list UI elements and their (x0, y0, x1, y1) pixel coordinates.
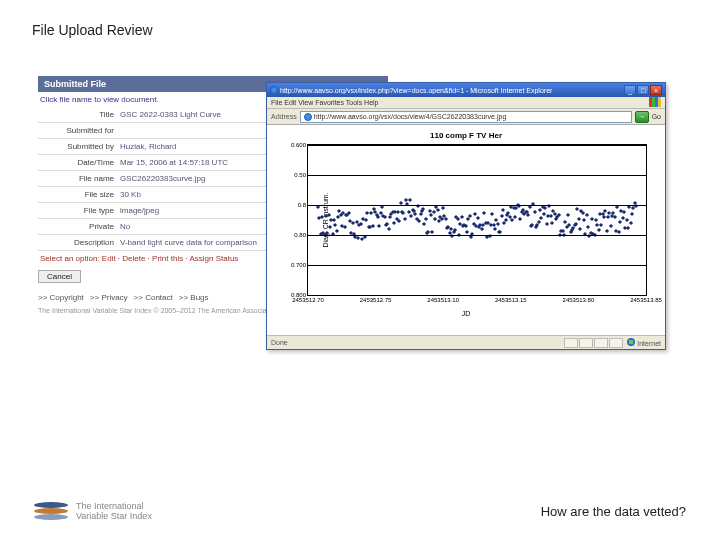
maximize-button[interactable]: □ (637, 85, 649, 95)
chart-title: 110 comp F TV Her (277, 131, 655, 140)
go-label: Go (652, 113, 661, 120)
minimize-button[interactable]: _ (624, 85, 636, 95)
footer-link[interactable]: >> Copyright (38, 293, 84, 302)
ie-title: http://www.aavso.org/vsx/index.php?view=… (280, 87, 552, 94)
x-tick: 2453512.75 (360, 295, 392, 303)
page-icon (304, 113, 312, 121)
chart: 110 comp F TV Her Diag. CR instrum. 0.60… (277, 131, 655, 329)
page-footer: The International Variable Star Index Ho… (0, 500, 720, 522)
ie-window: http://www.aavso.org/vsx/index.php?view=… (266, 82, 666, 350)
form-label: File size (38, 190, 120, 199)
chart-xlabel: JD (277, 310, 655, 317)
form-label: Submitted by (38, 142, 120, 151)
ie-address-bar: Address http://www.aavso.org/vsx/docs/vi… (267, 109, 665, 125)
x-tick: 2453513.10 (427, 295, 459, 303)
form-label: Submitted for (38, 126, 120, 135)
x-tick: 2453513.80 (563, 295, 595, 303)
footer-link[interactable]: >> Privacy (90, 293, 128, 302)
y-tick: 0.80 (294, 232, 308, 238)
y-tick: 0.700 (291, 262, 308, 268)
x-tick: 2453512.70 (292, 295, 324, 303)
form-label: File name (38, 174, 120, 183)
address-field[interactable]: http://www.aavso.org/vsx/docs/view/4/GSC… (300, 111, 632, 123)
brand-logo-icon (34, 500, 68, 522)
brand: The International Variable Star Index (34, 500, 152, 522)
ie-menu-items[interactable]: File Edit View Favorites Tools Help (271, 97, 379, 108)
y-tick: 0.50 (294, 172, 308, 178)
chart-plot: Diag. CR instrum. 0.6000.500.80.800.7000… (307, 144, 647, 296)
globe-icon (627, 338, 635, 346)
footer-question: How are the data vetted? (541, 504, 686, 519)
ie-statusbar: Done Internet (267, 335, 665, 349)
x-tick: 2453513.85 (630, 295, 662, 303)
form-label: Private (38, 222, 120, 231)
form-label: Description (38, 238, 120, 247)
windows-logo-icon (649, 97, 661, 107)
footer-link[interactable]: >> Bugs (179, 293, 209, 302)
x-tick: 2453513.15 (495, 295, 527, 303)
y-tick: 0.600 (291, 142, 308, 148)
footer-link[interactable]: >> Contact (134, 293, 173, 302)
address-label: Address (271, 113, 297, 120)
close-button[interactable]: × (650, 85, 662, 95)
go-button[interactable]: → (635, 111, 649, 123)
cancel-button[interactable]: Cancel (38, 270, 81, 283)
form-label: Title (38, 110, 120, 119)
ie-titlebar[interactable]: http://www.aavso.org/vsx/index.php?view=… (267, 83, 665, 97)
ie-menubar[interactable]: File Edit View Favorites Tools Help (267, 97, 665, 109)
brand-line1: The International (76, 501, 152, 511)
y-tick: 0.8 (298, 202, 308, 208)
page-title: File Upload Review (32, 22, 153, 38)
status-right: Internet (637, 340, 661, 347)
ie-icon (270, 86, 278, 94)
brand-line2: Variable Star Index (76, 511, 152, 521)
status-left: Done (271, 339, 288, 346)
ie-body: 110 comp F TV Her Diag. CR instrum. 0.60… (267, 125, 665, 335)
form-label: Date/Time (38, 158, 120, 167)
form-label: File type (38, 206, 120, 215)
